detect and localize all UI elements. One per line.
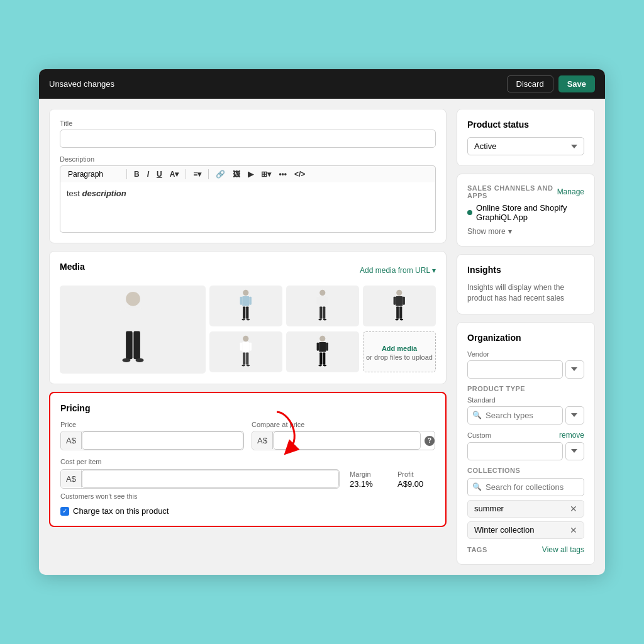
italic-button[interactable]: I [145, 169, 152, 180]
svg-point-16 [319, 290, 325, 296]
svg-point-30 [396, 319, 399, 321]
collection-winter-label: Winter collection [474, 525, 534, 535]
product-status-title: Product status [467, 119, 584, 130]
media-thumb-2[interactable] [286, 286, 359, 326]
svg-rect-37 [250, 343, 252, 351]
svg-point-14 [242, 319, 246, 321]
custom-type-input[interactable]: men's denim [467, 442, 563, 460]
pricing-card: Pricing Price A$ 39.00 Compare at price … [49, 392, 447, 527]
main-column: Title 5 Pocket Jean Description Paragrap… [49, 109, 447, 565]
toolbar-sep-2 [186, 169, 186, 179]
more-button[interactable]: ••• [276, 169, 289, 180]
show-more-button[interactable]: Show more ▾ [467, 227, 512, 236]
svg-point-0 [126, 292, 140, 306]
remove-custom-link[interactable]: remove [559, 431, 584, 440]
collection-winter-remove[interactable]: ✕ [570, 525, 577, 535]
insights-desc: Insights will display when the product h… [467, 282, 584, 304]
custom-label: Custom [467, 431, 491, 439]
collection-summer-remove[interactable]: ✕ [570, 504, 577, 514]
charge-tax-checkbox[interactable] [60, 507, 69, 516]
media-grid: Add media or drop files to upload [60, 286, 436, 374]
color-button[interactable]: A▾ [167, 169, 182, 180]
standard-label: Standard [467, 396, 584, 404]
price-input[interactable]: 39.00 [82, 431, 243, 450]
online-store-row: Online Store and Shopify GraphiQL App [467, 203, 584, 222]
compare-price-input[interactable]: 50.00 [273, 431, 421, 450]
manage-link[interactable]: Manage [557, 187, 584, 196]
search-types-select[interactable] [565, 406, 584, 425]
charge-tax-label: Charge tax on this product [73, 506, 169, 516]
svg-rect-27 [399, 307, 402, 319]
media-main-image[interactable] [60, 286, 206, 374]
product-type-title: PRODUCT TYPE [467, 385, 584, 392]
description-toolbar: Paragraph B I U A▾ ≡▾ 🔗 🖼 ▶ ⊞▾ ••• </> [60, 165, 436, 182]
svg-point-31 [400, 319, 404, 321]
svg-rect-44 [317, 343, 319, 351]
price-prefix: A$ [61, 432, 82, 449]
media-thumb-1[interactable] [209, 286, 282, 326]
search-collections-wrap: 🔍 [467, 478, 584, 496]
margin-label: Margin [350, 470, 387, 478]
align-button[interactable]: ≡▾ [191, 169, 204, 180]
compare-info-icon: ? [425, 436, 435, 446]
svg-point-46 [319, 365, 322, 367]
collection-tag-summer: summer ✕ [467, 500, 584, 518]
svg-point-39 [247, 365, 250, 367]
view-all-tags-link[interactable]: View all tags [542, 545, 584, 554]
margin-value: 23.1% [350, 479, 387, 489]
media-title: Media [60, 262, 85, 272]
media-thumb-4[interactable] [209, 331, 282, 372]
add-media-link[interactable]: Add media from URL ▾ [360, 266, 436, 275]
vendor-label: Vendor [467, 350, 584, 358]
media-thumb-3[interactable] [363, 286, 436, 326]
discard-button[interactable]: Discard [507, 75, 553, 92]
svg-rect-35 [246, 353, 248, 365]
product-status-select[interactable]: Active [467, 137, 584, 155]
main-content: Title 5 Pocket Jean Description Paragrap… [39, 99, 605, 575]
svg-rect-2 [126, 331, 133, 360]
underline-button[interactable]: U [154, 169, 165, 180]
margin-stat: Margin 23.1% [350, 470, 387, 489]
price-input-wrap: A$ 39.00 [60, 431, 244, 450]
svg-rect-34 [243, 353, 245, 365]
media-thumb-5[interactable] [286, 331, 359, 372]
vendor-select[interactable] [565, 360, 584, 379]
svg-point-22 [319, 319, 322, 321]
compare-label: Compare at price [252, 421, 435, 428]
svg-rect-29 [403, 297, 406, 305]
video-button[interactable]: ▶ [245, 169, 256, 180]
cost-row: Cost per item A$ 30.00 Margin 23.1% [60, 458, 435, 489]
link-button[interactable]: 🔗 [213, 169, 228, 180]
image-button[interactable]: 🖼 [230, 169, 243, 180]
product-status-card: Product status Active [457, 109, 595, 166]
topbar: Unsaved changes Discard Save [39, 69, 605, 99]
sales-channels-card: SALES CHANNELS AND APPS Manage Online St… [457, 174, 595, 247]
svg-rect-3 [133, 331, 140, 360]
search-collections-input[interactable] [467, 478, 584, 496]
cost-input[interactable]: 30.00 [82, 470, 339, 488]
save-button[interactable]: Save [558, 75, 595, 92]
svg-point-32 [243, 336, 248, 341]
svg-rect-17 [319, 296, 326, 306]
online-dot [467, 210, 472, 215]
vendor-input[interactable]: Alexandra Schiess [467, 360, 563, 379]
title-input[interactable]: 5 Pocket Jean [60, 130, 436, 148]
svg-rect-33 [243, 342, 250, 352]
code-button[interactable]: </> [292, 169, 308, 180]
svg-rect-4 [121, 308, 126, 328]
table-button[interactable]: ⊞▾ [258, 169, 274, 180]
description-text-normal: test [67, 189, 82, 198]
description-body[interactable]: test description [60, 182, 436, 233]
toolbar-sep-1 [126, 169, 127, 179]
cost-label: Cost per item [60, 458, 435, 465]
add-media-upload[interactable]: Add media or drop files to upload [363, 331, 436, 372]
custom-type-select[interactable] [565, 442, 584, 460]
description-label: Description [60, 155, 436, 163]
svg-point-38 [242, 365, 246, 367]
svg-rect-19 [323, 307, 325, 319]
svg-rect-25 [396, 296, 403, 306]
insights-card: Insights Insights will display when the … [457, 254, 595, 314]
paragraph-select[interactable]: Paragraph [65, 169, 122, 180]
bold-button[interactable]: B [131, 169, 142, 180]
collection-tag-winter: Winter collection ✕ [467, 521, 584, 539]
